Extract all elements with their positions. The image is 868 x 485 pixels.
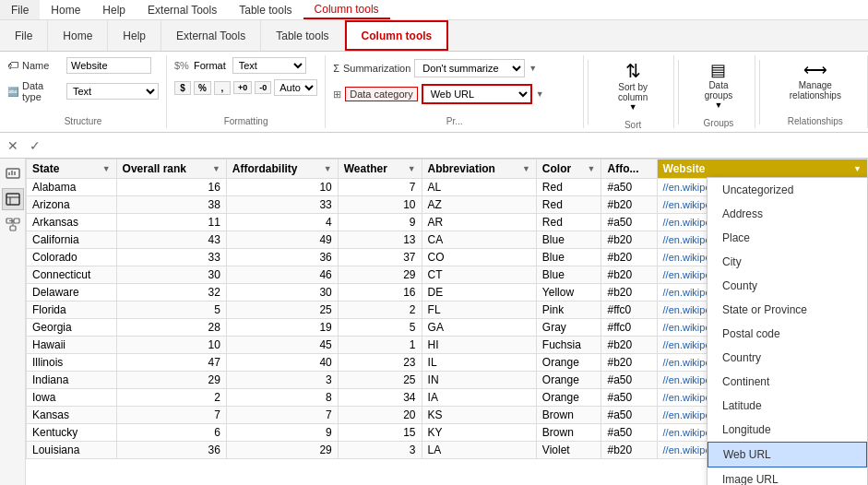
formula-input[interactable] xyxy=(48,137,864,154)
datacategory-select[interactable]: Web URL xyxy=(422,84,532,104)
sort-title: Sort xyxy=(600,116,666,130)
sort-by-column-button[interactable]: ⇅ Sort by column ▼ xyxy=(600,57,666,116)
table-cell: Blue xyxy=(536,266,601,284)
ribbon-group-properties: Σ Summarization Don't summarize ▼ ⊞ Data… xyxy=(326,55,584,128)
dropdown-item-postal-code[interactable]: Postal code xyxy=(707,322,867,346)
menu-table-tools[interactable]: Table tools xyxy=(228,0,303,19)
dropdown-item-image-url[interactable]: Image URL xyxy=(707,467,867,485)
dec-dec-button[interactable]: -0 xyxy=(255,81,271,94)
relationships-title: Relationships xyxy=(771,112,860,126)
tab-table-tools[interactable]: Table tools xyxy=(261,20,344,51)
table-cell: AZ xyxy=(422,196,536,214)
tab-home[interactable]: Home xyxy=(48,20,108,51)
table-cell: Red xyxy=(536,196,601,214)
sort-dropdown-arrow: ▼ xyxy=(629,102,637,112)
table-cell: #a50 xyxy=(601,214,657,231)
color-filter-icon[interactable]: ▼ xyxy=(588,164,596,173)
sum-icon: Σ xyxy=(333,63,339,74)
datatype-select[interactable]: Text xyxy=(66,83,159,100)
menu-help[interactable]: Help xyxy=(91,0,137,19)
table-cell: #b20 xyxy=(601,266,657,284)
abbreviation-filter-icon[interactable]: ▼ xyxy=(522,164,530,173)
menu-file[interactable]: File xyxy=(0,0,40,19)
dropdown-item-longitude[interactable]: Longitude xyxy=(707,418,867,442)
sidebar-icon-table[interactable] xyxy=(2,188,24,210)
table-cell: #b20 xyxy=(601,249,657,266)
dec-inc-button[interactable]: +0 xyxy=(233,81,252,94)
formula-cancel-button[interactable]: ✕ xyxy=(4,138,22,153)
table-cell: Louisiana xyxy=(27,442,117,459)
summarization-select[interactable]: Don't summarize xyxy=(414,59,525,77)
col-overall-rank[interactable]: Overall rank ▼ xyxy=(116,160,226,179)
name-input-wrapper xyxy=(66,57,151,74)
table-cell: Delaware xyxy=(27,284,117,302)
manage-relationships-label: Manage relationships xyxy=(779,80,851,101)
state-filter-icon[interactable]: ▼ xyxy=(102,164,111,173)
table-cell: 3 xyxy=(338,442,422,459)
currency-button[interactable]: $ xyxy=(174,81,191,95)
table-cell: 37 xyxy=(338,249,422,266)
table-cell: #a50 xyxy=(601,407,657,424)
tab-help[interactable]: Help xyxy=(108,20,161,51)
formula-confirm-button[interactable]: ✓ xyxy=(26,138,44,153)
table-cell: Connecticut xyxy=(27,266,117,284)
table-cell: 9 xyxy=(226,424,338,442)
table-cell: 25 xyxy=(338,372,422,389)
col-affo[interactable]: Affo... xyxy=(601,160,657,179)
col-affordability[interactable]: Affordability ▼ xyxy=(226,160,338,179)
dropdown-item-country[interactable]: Country xyxy=(707,346,867,370)
dropdown-item-continent[interactable]: Continent xyxy=(707,370,867,394)
comma-button[interactable]: , xyxy=(214,81,231,95)
auto-select[interactable]: Auto xyxy=(274,79,317,96)
weather-filter-icon[interactable]: ▼ xyxy=(408,164,416,173)
table-cell: Arkansas xyxy=(27,214,117,231)
tab-external-tools[interactable]: External Tools xyxy=(161,20,261,51)
sidebar-icon-report[interactable] xyxy=(2,162,24,184)
table-cell: #a50 xyxy=(601,372,657,389)
table-cell: 23 xyxy=(338,354,422,372)
website-filter-icon[interactable]: ▼ xyxy=(853,164,862,173)
summarization-row: Σ Summarization Don't summarize ▼ xyxy=(333,59,543,77)
menu-column-tools[interactable]: Column tools xyxy=(303,0,390,19)
dropdown-item-state-or-province[interactable]: State or Province xyxy=(707,298,867,322)
data-groups-button[interactable]: ▤ Data groups ▼ xyxy=(690,57,747,114)
menu-external-tools[interactable]: External Tools xyxy=(137,0,228,19)
name-input[interactable] xyxy=(67,58,150,73)
table-cell: Brown xyxy=(536,407,601,424)
dropdown-item-city[interactable]: City xyxy=(707,250,867,274)
menu-home[interactable]: Home xyxy=(40,0,91,19)
table-cell: 38 xyxy=(116,196,226,214)
relationships-content: ⟷ Manage relationships xyxy=(771,57,860,112)
dropdown-item-place[interactable]: Place xyxy=(707,226,867,250)
tab-file[interactable]: File xyxy=(0,20,48,51)
report-view-icon xyxy=(6,166,20,181)
tab-column-tools[interactable]: Column tools xyxy=(345,20,449,51)
overall-rank-filter-icon[interactable]: ▼ xyxy=(212,164,220,173)
dropdown-item-uncategorized[interactable]: Uncategorized xyxy=(707,178,867,202)
col-abbreviation[interactable]: Abbreviation ▼ xyxy=(422,160,536,179)
sidebar-icon-model[interactable] xyxy=(2,214,24,236)
data-groups-label: Data groups xyxy=(698,80,739,101)
table-cell: 46 xyxy=(226,266,338,284)
table-cell: 5 xyxy=(116,302,226,319)
percent-button[interactable]: % xyxy=(194,81,211,95)
col-weather[interactable]: Weather ▼ xyxy=(338,160,422,179)
table-cell: #a50 xyxy=(601,424,657,442)
col-state[interactable]: State ▼ xyxy=(27,160,117,179)
table-cell: 4 xyxy=(226,214,338,231)
dropdown-item-address[interactable]: Address xyxy=(707,202,867,226)
table-header-row: State ▼ Overall rank ▼ Affordability xyxy=(27,160,868,179)
table-cell: AL xyxy=(422,179,536,196)
col-color[interactable]: Color ▼ xyxy=(536,160,601,179)
table-cell: Kansas xyxy=(27,407,117,424)
format-select[interactable]: Text Number Currency xyxy=(232,57,306,74)
dropdown-item-latitude[interactable]: Latitude xyxy=(707,394,867,418)
col-website[interactable]: Website ▼ xyxy=(657,160,867,179)
dropdown-item-web-url[interactable]: Web URL xyxy=(707,442,867,467)
dropdown-item-county[interactable]: County xyxy=(707,274,867,298)
manage-relationships-button[interactable]: ⟷ Manage relationships xyxy=(771,57,860,105)
table-cell: AR xyxy=(422,214,536,231)
svg-rect-8 xyxy=(14,219,19,223)
affordability-filter-icon[interactable]: ▼ xyxy=(324,164,332,173)
name-row: 🏷 Name xyxy=(7,57,159,74)
